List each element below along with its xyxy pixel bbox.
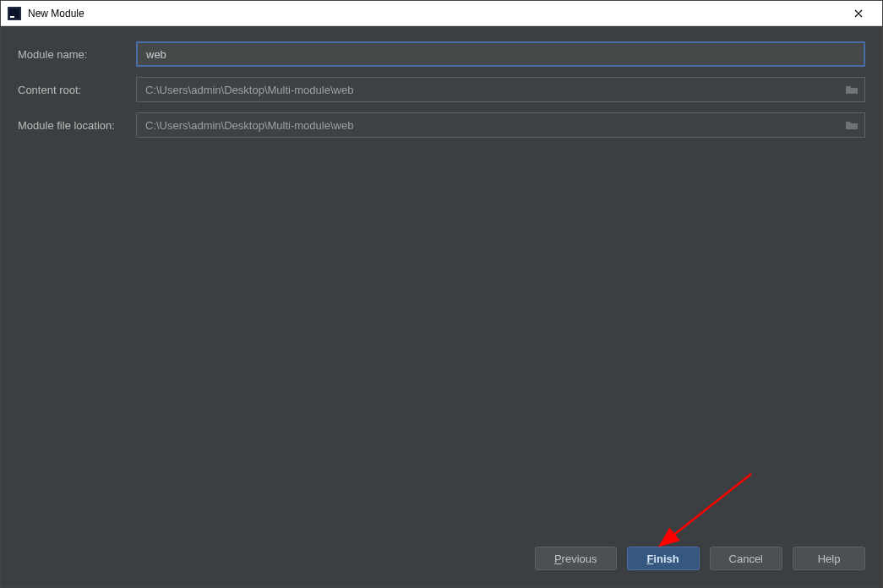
module-name-row: Module name: (18, 41, 865, 67)
content-root-input[interactable] (136, 77, 865, 102)
new-module-dialog: New Module Module name: Content root: (0, 0, 883, 588)
module-name-input[interactable] (136, 41, 865, 67)
dialog-button-row: Previous Finish Cancel Help (535, 547, 865, 570)
finish-button[interactable]: Finish (627, 547, 700, 570)
titlebar: New Module (1, 1, 882, 26)
browse-content-root-icon[interactable] (843, 81, 860, 98)
cancel-button[interactable]: Cancel (710, 547, 782, 570)
svg-line-4 (660, 474, 751, 546)
client-area: Module name: Content root: (1, 26, 882, 587)
content-root-row: Content root: (18, 77, 865, 102)
previous-button[interactable]: Previous (535, 547, 617, 570)
form: Module name: Content root: (1, 26, 882, 148)
close-icon[interactable] (840, 2, 877, 25)
module-name-label: Module name: (18, 48, 136, 61)
module-file-location-input[interactable] (136, 112, 865, 138)
browse-module-file-location-icon[interactable] (843, 117, 860, 133)
module-file-location-label: Module file location: (18, 119, 136, 132)
window-title: New Module (28, 8, 84, 19)
intellij-icon (8, 7, 21, 20)
content-root-label: Content root: (18, 84, 136, 96)
svg-rect-2 (10, 16, 14, 18)
module-file-location-row: Module file location: (18, 112, 865, 138)
help-button[interactable]: Help (793, 547, 865, 570)
